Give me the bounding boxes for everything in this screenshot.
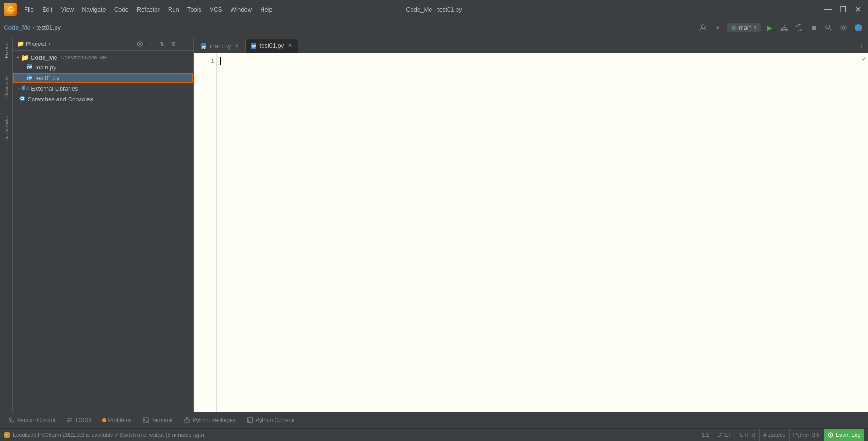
svg-point-43 (830, 434, 831, 435)
libraries-icon (22, 84, 29, 93)
menu-code[interactable]: Code (111, 4, 132, 15)
menu-window[interactable]: Window (227, 4, 256, 15)
notification-icon: ! (4, 432, 10, 438)
tree-root-folder[interactable]: ▾ 📁 Code_Me D:\Python\Code_Me (13, 53, 193, 62)
file-encoding[interactable]: UTF-8 (736, 429, 759, 441)
sidebar-tab-bookmarks[interactable]: Bookmarks (2, 112, 11, 145)
sidebar-tab-project[interactable]: Project (2, 39, 11, 62)
menu-edit[interactable]: Edit (38, 4, 56, 15)
tab-main-py[interactable]: py main.py ✕ (195, 39, 245, 53)
tab-test01-py[interactable]: py test01.py ✕ (245, 39, 299, 53)
breadcrumb-file[interactable]: test01.py (36, 24, 61, 31)
python-file-icon: py (26, 63, 33, 72)
expand-root-arrow: ▾ (17, 55, 19, 60)
maximize-button[interactable]: ❐ (837, 3, 849, 16)
status-bar: ! Localized PyCharm 2021.3.3 is availabl… (0, 428, 868, 441)
svg-line-11 (830, 29, 831, 31)
bottom-tab-todo[interactable]: TODO (62, 415, 95, 425)
cursor-position[interactable]: 1:1 (698, 429, 713, 441)
sort-button[interactable]: ⇅ (157, 39, 167, 49)
svg-point-15 (139, 43, 141, 45)
editor-tabs: py main.py ✕ py test01.py ✕ ⋮ (194, 37, 868, 53)
code-content[interactable] (217, 53, 861, 412)
editor-tabs-more[interactable]: ⋮ (856, 42, 866, 53)
status-right: 1:1 CRLF UTF-8 4 spaces Python 3.8 Event… (698, 429, 864, 441)
breadcrumb-separator: › (32, 24, 34, 31)
scope-button[interactable] (135, 39, 145, 49)
profile-button[interactable] (697, 22, 709, 34)
sidebar-tab-structure[interactable]: Structure (2, 73, 11, 101)
tree-scratches[interactable]: Scratches and Consoles (13, 94, 193, 105)
stop-button[interactable]: ⏹ (808, 22, 820, 34)
svg-rect-22 (26, 87, 27, 90)
search-everywhere-button[interactable] (823, 22, 835, 34)
breadcrumb-root[interactable]: Code_Me (4, 24, 31, 31)
menu-navigate[interactable]: Navigate (78, 4, 109, 15)
bottom-tab-problems[interactable]: Problems (98, 415, 137, 425)
svg-text:C: C (8, 6, 12, 12)
bottom-tab-terminal[interactable]: Terminal (138, 415, 177, 425)
svg-point-31 (12, 421, 14, 422)
project-panel-actions: ≡ ⇅ ⚙ — (135, 39, 189, 49)
svg-point-13 (855, 24, 862, 31)
collapse-all-button[interactable]: ≡ (146, 39, 156, 49)
svg-text:py: py (251, 44, 255, 48)
minimize-button[interactable]: — (822, 3, 835, 16)
tree-item-test01-py[interactable]: py test01.py (13, 73, 193, 83)
tab-test01-py-label: test01.py (260, 42, 284, 49)
folder-icon: 📁 (21, 54, 29, 61)
tree-item-main-py[interactable]: py main.py (13, 62, 193, 73)
run-config[interactable]: main ▾ (727, 23, 761, 32)
project-dropdown-arrow[interactable]: ▾ (48, 41, 51, 47)
menu-tools[interactable]: Tools (184, 4, 205, 15)
update-button[interactable] (793, 22, 805, 34)
python-interpreter[interactable]: Python 3.8 (789, 429, 824, 441)
main-py-label: main.py (35, 64, 56, 71)
editor-right-gutter: ✓ (861, 53, 868, 412)
indent-settings[interactable]: 4 spaces (759, 429, 789, 441)
tree-external-libraries[interactable]: › External Libraries (13, 83, 193, 94)
bottom-tab-python-console[interactable]: Python Console (242, 415, 300, 425)
bottom-tab-python-packages[interactable]: Python Packages (179, 415, 240, 425)
svg-point-12 (843, 26, 845, 29)
line-separator[interactable]: CRLF (713, 429, 735, 441)
bottom-tab-version-control[interactable]: Version Control (4, 415, 60, 425)
expand-ext-arrow: › (19, 86, 20, 91)
run-button[interactable]: ▶ (763, 22, 775, 34)
title-bar: C File Edit View Navigate Code Refactor … (0, 0, 868, 19)
editor-area: py main.py ✕ py test01.py ✕ ⋮ 1 (194, 37, 868, 412)
panel-settings-button[interactable]: ⚙ (168, 39, 178, 49)
bottom-panel: Version Control TODO Problems Terminal P… (0, 412, 868, 428)
svg-point-2 (701, 25, 705, 28)
no-errors-indicator: ✓ (862, 55, 867, 62)
svg-text:py: py (202, 45, 206, 49)
python-file-icon-2: py (26, 74, 33, 82)
tab-main-py-close[interactable]: ✕ (234, 43, 240, 50)
menu-vcs[interactable]: VCS (206, 4, 226, 15)
text-cursor (220, 57, 221, 65)
panel-close-button[interactable]: — (179, 39, 189, 49)
close-button[interactable]: ✕ (851, 3, 864, 16)
menu-refactor[interactable]: Refactor (133, 4, 163, 15)
main-layout: Project Structure Bookmarks 📁 Project ▾ … (0, 37, 868, 412)
run-config-dropdown: ▾ (754, 24, 757, 31)
menu-view[interactable]: View (57, 4, 77, 15)
plugins-button[interactable] (852, 22, 864, 34)
profile-dropdown[interactable]: ▾ (712, 22, 724, 34)
svg-text:py: py (27, 75, 32, 80)
menu-run[interactable]: Run (164, 4, 183, 15)
svg-point-10 (826, 25, 830, 29)
menu-help[interactable]: Help (256, 4, 276, 15)
window-title: Code_Me - test01.py (406, 6, 462, 13)
svg-point-30 (9, 418, 11, 420)
problems-label: Problems (108, 417, 132, 423)
breadcrumb: Code_Me › test01.py (4, 24, 61, 31)
project-panel: 📁 Project ▾ ≡ ⇅ ⚙ — ▾ 📁 Code_Me D:\Pytho… (13, 37, 194, 412)
event-log[interactable]: Event Log (824, 429, 864, 441)
code-editor[interactable]: 1 ✓ (194, 53, 868, 412)
tab-test01-py-close[interactable]: ✕ (287, 43, 293, 49)
build-button[interactable] (778, 22, 790, 34)
menu-file[interactable]: File (20, 4, 37, 15)
settings-button[interactable] (837, 22, 849, 34)
terminal-label: Terminal (151, 417, 172, 423)
